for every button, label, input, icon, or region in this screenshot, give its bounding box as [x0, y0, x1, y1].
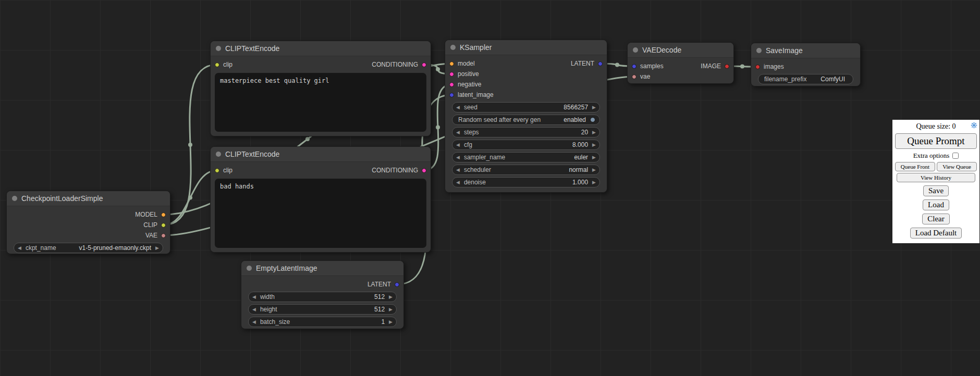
toggle-indicator-icon[interactable] [590, 117, 595, 122]
input-slot-dot[interactable] [449, 61, 454, 66]
prompt-textarea[interactable] [215, 179, 426, 248]
output-slot-dot[interactable] [422, 62, 426, 67]
node-vae-decode[interactable]: VAEDecodesamplesIMAGEvae [627, 42, 734, 84]
decrement-arrow-icon[interactable]: ◀ [456, 180, 460, 185]
output-slot-dot[interactable] [598, 61, 603, 66]
widget-cfg[interactable]: ◀cfg8.000▶ [452, 140, 600, 150]
increment-arrow-icon[interactable]: ▶ [592, 180, 596, 185]
increment-arrow-icon[interactable]: ▶ [389, 295, 393, 299]
widget-height[interactable]: ◀height512▶ [248, 304, 397, 315]
input-slot-clip: clip [215, 165, 232, 176]
collapse-dot-icon[interactable] [756, 48, 762, 53]
decrement-arrow-icon[interactable]: ◀ [456, 155, 460, 160]
node-checkpoint-loader[interactable]: CheckpointLoaderSimpleMODELCLIPVAE◀ckpt_… [6, 191, 170, 254]
increment-arrow-icon[interactable]: ▶ [592, 168, 596, 172]
slot-row: positive [445, 69, 607, 79]
node-body: clipCONDITIONING [211, 162, 431, 252]
collapse-dot-icon[interactable] [450, 45, 456, 50]
decrement-arrow-icon[interactable]: ◀ [456, 105, 460, 110]
widget-ckpt_name[interactable]: ◀ckpt_namev1-5-pruned-emaonly.ckpt▶ [14, 243, 163, 253]
node-title-bar[interactable]: KSampler [445, 40, 607, 55]
node-title-bar[interactable]: CheckpointLoaderSimple [7, 191, 170, 206]
input-slot-dot[interactable] [632, 74, 636, 79]
node-title-bar[interactable]: EmptyLatentImage [241, 261, 403, 276]
node-title-bar[interactable]: CLIPTextEncode [211, 147, 431, 162]
menu-header: Queue size: 0 [895, 121, 977, 131]
view-queue-button[interactable]: View Queue [937, 162, 977, 171]
input-slot-dot[interactable] [755, 65, 760, 69]
node-title-bar[interactable]: VAEDecode [628, 43, 733, 58]
widget-filename_prefix[interactable]: filename_prefixComfyUI [758, 74, 853, 84]
node-empty-latent-image[interactable]: EmptyLatentImageLATENT◀width512▶◀height5… [241, 260, 404, 329]
input-slot-model: model [449, 58, 475, 69]
decrement-arrow-icon[interactable]: ◀ [252, 320, 256, 324]
queue-prompt-button[interactable]: Queue Prompt [895, 133, 977, 149]
decrement-arrow-icon[interactable]: ◀ [252, 295, 256, 299]
decrement-arrow-icon[interactable]: ◀ [456, 168, 460, 172]
load-button[interactable]: Load [923, 199, 949, 210]
increment-arrow-icon[interactable]: ▶ [592, 105, 596, 110]
widget-steps[interactable]: ◀steps20▶ [452, 127, 600, 137]
node-title-bar[interactable]: CLIPTextEncode [211, 41, 431, 56]
extra-options-checkbox[interactable] [952, 153, 959, 159]
widget-batch_size[interactable]: ◀batch_size1▶ [248, 317, 397, 327]
queue-front-button[interactable]: Queue Front [895, 162, 935, 171]
input-slot-dot[interactable] [215, 62, 219, 67]
save-button[interactable]: Save [923, 185, 949, 196]
decrement-arrow-icon[interactable]: ◀ [18, 246, 21, 250]
node-ksampler[interactable]: KSamplermodelLATENTpositivenegativelaten… [445, 40, 607, 193]
input-slot-dot[interactable] [215, 168, 219, 173]
increment-arrow-icon[interactable]: ▶ [389, 307, 393, 312]
widget-width[interactable]: ◀width512▶ [248, 292, 397, 302]
collapse-dot-icon[interactable] [216, 46, 221, 51]
widget-label: denoise [464, 179, 486, 186]
output-slot-dot[interactable] [161, 233, 166, 238]
widget-random-seed-after-every-gen[interactable]: Random seed after every genenabled [452, 115, 600, 125]
decrement-arrow-icon[interactable]: ◀ [456, 130, 460, 135]
node-clip-text-encode-negative[interactable]: CLIPTextEncodeclipCONDITIONING [210, 146, 431, 253]
view-history-button[interactable]: View History [897, 173, 975, 182]
prompt-textarea[interactable] [215, 73, 426, 132]
output-slot-dot[interactable] [161, 212, 166, 217]
decrement-arrow-icon[interactable]: ◀ [456, 143, 460, 147]
settings-gear-icon[interactable] [971, 122, 977, 129]
node-title-bar[interactable]: SaveImage [751, 43, 860, 58]
slot-row: samplesIMAGE [628, 61, 733, 71]
increment-arrow-icon[interactable]: ▶ [592, 143, 596, 147]
output-slot-dot[interactable] [161, 223, 166, 228]
node-title: CLIPTextEncode [225, 44, 279, 53]
collapse-dot-icon[interactable] [12, 196, 17, 201]
graph-canvas[interactable]: CheckpointLoaderSimpleMODELCLIPVAE◀ckpt_… [0, 0, 980, 376]
load-default-button[interactable]: Load Default [910, 228, 962, 239]
widget-label: cfg [464, 141, 472, 148]
input-slot-dot[interactable] [449, 93, 454, 97]
widget-seed[interactable]: ◀seed8566257▶ [452, 102, 600, 112]
link-midpoint-dot [436, 67, 440, 71]
input-slot-dot[interactable] [449, 82, 454, 87]
increment-arrow-icon[interactable]: ▶ [592, 130, 596, 135]
input-slot-dot[interactable] [449, 72, 454, 77]
collapse-dot-icon[interactable] [247, 266, 252, 271]
link-midpoint-dot [436, 125, 440, 129]
collapse-dot-icon[interactable] [216, 152, 221, 157]
output-slot-CONDITIONING: CONDITIONING [372, 165, 426, 176]
widget-label: batch_size [260, 318, 290, 325]
increment-arrow-icon[interactable]: ▶ [592, 155, 596, 160]
slot-row: modelLATENT [445, 58, 607, 69]
output-slot-dot[interactable] [725, 64, 729, 69]
widget-sampler_name[interactable]: ◀sampler_nameeuler▶ [452, 152, 600, 162]
decrement-arrow-icon[interactable]: ◀ [252, 307, 256, 312]
node-clip-text-encode-positive[interactable]: CLIPTextEncodeclipCONDITIONING [210, 41, 431, 136]
slot-row: MODEL [7, 209, 170, 220]
increment-arrow-icon[interactable]: ▶ [389, 320, 393, 324]
widget-scheduler[interactable]: ◀schedulernormal▶ [452, 165, 600, 175]
output-slot-dot[interactable] [422, 168, 426, 173]
widget-denoise[interactable]: ◀denoise1.000▶ [452, 177, 600, 187]
output-slot-label: LATENT [368, 281, 391, 288]
clear-button[interactable]: Clear [922, 214, 949, 224]
node-save-image[interactable]: SaveImageimagesfilename_prefixComfyUI [751, 43, 861, 86]
increment-arrow-icon[interactable]: ▶ [155, 246, 159, 250]
input-slot-dot[interactable] [632, 64, 636, 69]
collapse-dot-icon[interactable] [633, 47, 638, 53]
output-slot-dot[interactable] [395, 282, 399, 287]
